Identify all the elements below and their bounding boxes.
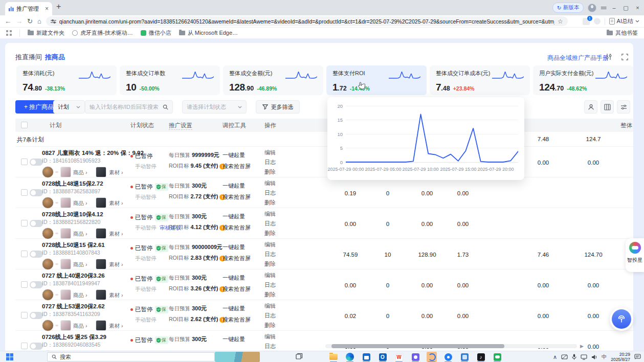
- material-thumbnail[interactable]: [96, 167, 106, 177]
- material-thumbnail[interactable]: [96, 197, 106, 208]
- column-header-tools[interactable]: 调控工具: [223, 122, 246, 129]
- search-top-screen-link[interactable]: 搜索抢首屏: [223, 193, 251, 201]
- close-button[interactable]: ×: [634, 5, 641, 11]
- delete-link[interactable]: 删除: [264, 199, 276, 207]
- row-enable-toggle[interactable]: [30, 281, 43, 288]
- product-thumbnail[interactable]: [60, 197, 71, 208]
- product-link[interactable]: 商品 ›: [73, 261, 87, 268]
- campaign-title[interactable]: 0827 儿童雨衣 14% 退：20% 保：9.92: [42, 149, 129, 157]
- material-thumbnail[interactable]: [96, 320, 106, 331]
- bookmark-huya[interactable]: 虎牙直播-技术驱动…: [72, 29, 133, 37]
- row-checkbox[interactable]: [21, 312, 28, 319]
- row-enable-toggle[interactable]: [30, 159, 43, 166]
- material-link[interactable]: 素材 ›: [109, 169, 123, 176]
- other-bookmarks[interactable]: 其他书签: [607, 29, 638, 37]
- plan-status-select[interactable]: 请选择计划状态: [182, 100, 247, 114]
- search-top-screen-link[interactable]: 搜索抢首屏: [223, 285, 251, 293]
- row-enable-toggle[interactable]: [30, 312, 43, 319]
- material-thumbnail[interactable]: [96, 259, 106, 269]
- tab-promote-product[interactable]: 推商品: [45, 53, 65, 62]
- one-key-boost-link[interactable]: 一键起量: [223, 182, 251, 190]
- zhitouxing-widget[interactable]: 智投星: [626, 238, 644, 272]
- reload-icon[interactable]: ↻: [27, 18, 33, 25]
- edge-icon[interactable]: [345, 352, 355, 362]
- row-enable-toggle[interactable]: [30, 251, 43, 258]
- taskbar-clock[interactable]: 20:292025/8/27: [611, 352, 630, 362]
- product-link[interactable]: 商品 ›: [73, 231, 87, 238]
- metric-card[interactable]: 整体消耗(元) 74.80 -38.13%: [16, 65, 117, 95]
- search-icon[interactable]: [163, 104, 168, 110]
- task-view-icon[interactable]: [296, 353, 303, 361]
- ms-store-icon[interactable]: [361, 352, 371, 362]
- bookmark-star-icon[interactable]: ☆: [558, 18, 563, 25]
- file-explorer-icon[interactable]: [328, 352, 339, 362]
- one-key-boost-link[interactable]: 一键起量: [223, 243, 251, 251]
- campaign-title[interactable]: 0728线上50退15 保2.61: [42, 241, 129, 249]
- maximize-button[interactable]: ▢: [622, 5, 630, 11]
- material-link[interactable]: 素材 ›: [109, 200, 123, 207]
- product-link[interactable]: 商品 ›: [73, 169, 87, 176]
- url-bar[interactable]: qianchuan.jinritemai.com/uni-prom?aavid=…: [46, 16, 568, 26]
- horizontal-scrollbar[interactable]: [325, 344, 577, 348]
- row-enable-toggle[interactable]: [30, 343, 43, 350]
- minimize-button[interactable]: –: [610, 5, 618, 11]
- campaign-title[interactable]: 0728线上30退10保4.12: [42, 211, 129, 218]
- row-enable-toggle[interactable]: [30, 220, 43, 227]
- product-thumbnail[interactable]: [60, 289, 71, 300]
- metric-card[interactable]: 整体支付ROI 1.72 -14.43%: [326, 65, 427, 95]
- bookmark-new-folder[interactable]: 新建文件夹: [28, 29, 64, 37]
- search-top-screen-link[interactable]: 搜索抢首屏: [223, 163, 251, 170]
- forward-icon[interactable]: →: [16, 18, 23, 25]
- new-version-button[interactable]: ↻新版本: [552, 3, 584, 13]
- tab-close-icon[interactable]: ×: [45, 5, 49, 12]
- campaign-title[interactable]: 0728线上48退15保2.72: [42, 180, 129, 188]
- metric-card[interactable]: 整体成交金额(元) 128.90 -46.89%: [223, 65, 323, 95]
- extension-icon[interactable]: 1: [583, 18, 590, 25]
- product-thumbnail[interactable]: [60, 167, 71, 177]
- green-chat-app-icon[interactable]: [492, 352, 502, 362]
- active-app-icon[interactable]: [427, 352, 437, 362]
- product-link[interactable]: 商品 ›: [73, 200, 87, 207]
- delete-link[interactable]: 删除: [264, 168, 276, 176]
- metric-card[interactable]: 用户实际支付金额(元) 124.70 -48.62%: [533, 65, 633, 95]
- product-link[interactable]: 商品 ›: [73, 292, 87, 299]
- edit-link[interactable]: 编辑: [264, 179, 276, 187]
- log-link[interactable]: 日志: [264, 343, 276, 350]
- custom-columns-icon[interactable]: [601, 100, 614, 114]
- one-key-boost-link[interactable]: 一键起量: [223, 305, 251, 312]
- one-key-boost-link[interactable]: 一键起量: [223, 335, 245, 343]
- material-link[interactable]: 素材 ›: [109, 261, 123, 268]
- campaign-title[interactable]: 0727 线上53退20保2.62: [42, 303, 129, 310]
- outlook-icon[interactable]: O: [377, 352, 388, 362]
- scroll-right-arrow[interactable]: ▶: [580, 344, 584, 349]
- browser-tab[interactable]: 推广管理 ×: [5, 2, 52, 15]
- material-thumbnail[interactable]: [96, 289, 106, 300]
- column-header-settings[interactable]: 推广设置: [169, 122, 192, 130]
- log-link[interactable]: 日志: [264, 189, 276, 197]
- bookmark-weixin-shop[interactable]: 微信小店: [141, 29, 171, 37]
- product-manual-link[interactable]: 商品全域推广产品手册: [547, 54, 609, 62]
- material-link[interactable]: 素材 ›: [109, 323, 123, 330]
- row-checkbox[interactable]: [21, 343, 28, 349]
- blue-circle-app-icon[interactable]: [443, 352, 453, 362]
- product-thumbnail[interactable]: [60, 320, 71, 331]
- row-checkbox[interactable]: [21, 189, 28, 196]
- more-filters-button[interactable]: 更多筛选: [256, 100, 300, 114]
- search-top-screen-link[interactable]: 搜索抢首屏: [223, 224, 251, 232]
- edit-link[interactable]: 编辑: [264, 333, 276, 341]
- search-top-screen-link[interactable]: 搜索抢首屏: [223, 255, 251, 262]
- delete-link[interactable]: 删除: [264, 230, 276, 237]
- edit-link[interactable]: 编辑: [264, 272, 276, 279]
- extensions-menu-icon[interactable]: [594, 18, 601, 25]
- scrollbar-thumb[interactable]: [331, 344, 504, 348]
- log-link[interactable]: 日志: [264, 159, 276, 166]
- back-icon[interactable]: ←: [5, 18, 11, 25]
- plan-search-input[interactable]: 输入计划名称/ID后回车搜索: [85, 100, 173, 114]
- log-link[interactable]: 日志: [264, 220, 276, 228]
- row-checkbox[interactable]: [21, 159, 28, 165]
- delete-link[interactable]: 删除: [264, 291, 276, 299]
- row-enable-toggle[interactable]: [30, 189, 43, 196]
- one-key-boost-link[interactable]: 一键起量: [223, 151, 251, 159]
- material-link[interactable]: 素材 ›: [109, 231, 123, 238]
- ime-indicator[interactable]: 中: [602, 353, 607, 360]
